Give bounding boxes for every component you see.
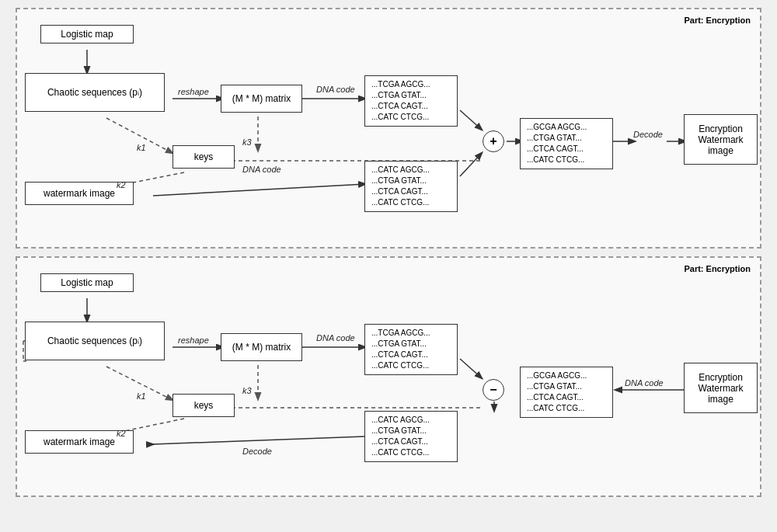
matrix-box-2: (M * M) matrix	[221, 333, 302, 361]
dna-code-result-label-2: DNA code	[625, 378, 664, 388]
decode-bottom-label-2: Decode	[242, 447, 272, 456]
main-container: Part: Encryption	[16, 8, 761, 497]
panel1-label: Part: Encryption	[684, 16, 751, 25]
k1-label-1: k1	[137, 143, 146, 152]
svg-line-19	[153, 436, 364, 444]
op-circle-1: +	[483, 130, 504, 152]
dna-result-box-1: ...GCGA AGCG... ...CTGA GTAT... ...CTCA …	[520, 118, 613, 169]
keys-box-1: keys	[172, 145, 235, 169]
chaotic-box-1: Chaotic sequences (pᵢ)	[25, 73, 165, 112]
dna-code-bottom-label-1: DNA code	[242, 165, 281, 174]
svg-line-3	[460, 110, 482, 130]
logistic-map-box-1: Logistic map	[40, 25, 134, 43]
panel2-label: Part: Encryption	[684, 264, 751, 273]
svg-line-4	[460, 153, 482, 176]
dna-result-box-2: ...GCGA AGCG... ...CTGA GTAT... ...CTCA …	[520, 367, 613, 418]
k2-label-2: k2	[117, 429, 126, 438]
reshape-label-2: reshape	[178, 336, 209, 345]
keys-box-2: keys	[172, 394, 235, 417]
k1-label-2: k1	[137, 391, 146, 401]
k2-label-1: k2	[117, 180, 126, 190]
encrypt-result-box-2: Encryption Watermark image	[684, 363, 758, 413]
dna-code-top-label-1: DNA code	[316, 85, 355, 94]
matrix-box-1: (M * M) matrix	[221, 85, 302, 113]
panel-encryption: Part: Encryption	[16, 8, 761, 249]
op-circle-2: −	[483, 379, 504, 401]
dna-bottom-box-1: ...CATC AGCG... ...CTGA GTAT... ...CTCA …	[364, 161, 458, 212]
chaotic-box-2: Chaotic sequences (pᵢ)	[25, 322, 165, 360]
panel-decryption: Part: Encryption	[16, 256, 761, 497]
reshape-label-1: reshape	[178, 87, 209, 96]
svg-line-8	[153, 184, 365, 196]
k3-label-2: k3	[242, 386, 252, 395]
dna-top-box-2: ...TCGA AGCG... ...CTGA GTAT... ...CTCA …	[364, 324, 458, 375]
decode-label-1: Decode	[633, 130, 663, 139]
logistic-map-box-2: Logistic map	[40, 273, 134, 292]
k3-label-1: k3	[242, 137, 252, 147]
dna-top-box-1: ...TCGA AGCG... ...CTGA GTAT... ...CTCA …	[364, 75, 458, 127]
svg-line-16	[460, 359, 482, 378]
encrypt-result-box-1: Encryption Watermark image	[684, 114, 758, 165]
dna-bottom-box-2: ...CATC AGCG... ...CTGA GTAT... ...CTCA …	[364, 411, 458, 462]
dna-code-top-label-2: DNA code	[316, 333, 355, 342]
